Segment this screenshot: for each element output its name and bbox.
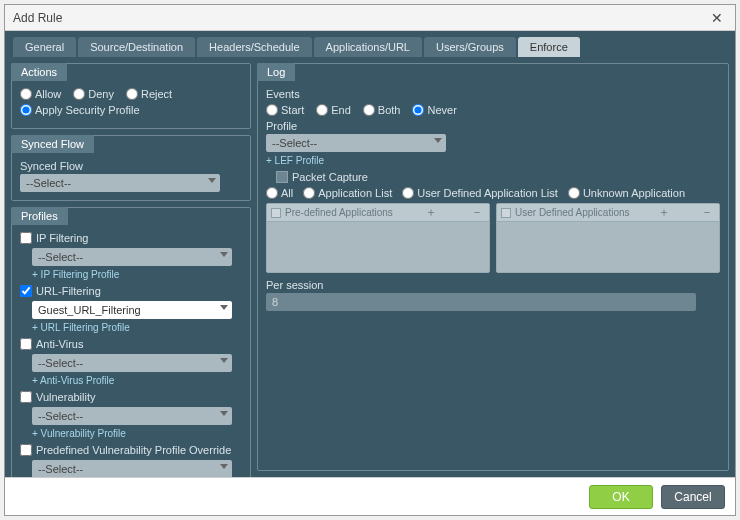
chevron-down-icon <box>220 464 228 469</box>
lef-profile-link[interactable]: + LEF Profile <box>266 155 720 166</box>
profile-ip-select[interactable]: --Select-- <box>32 248 232 266</box>
profile-pvpo-select[interactable]: --Select-- <box>32 460 232 477</box>
left-column: Actions Allow Deny Reject Apply Security… <box>11 63 251 471</box>
event-never[interactable]: Never <box>412 104 456 116</box>
synced-flow-title: Synced Flow <box>11 135 94 153</box>
synced-flow-label: Synced Flow <box>20 160 242 172</box>
synced-flow-select[interactable]: --Select-- <box>20 174 220 192</box>
predefined-apps-box[interactable]: Pre-defined Applications ＋ － <box>266 203 490 273</box>
event-both[interactable]: Both <box>363 104 401 116</box>
profile-ip-checkbox[interactable]: IP Filtering <box>20 232 242 244</box>
actions-panel: Actions Allow Deny Reject Apply Security… <box>11 63 251 129</box>
profile-av-add-link[interactable]: + Anti-Virus Profile <box>32 375 242 386</box>
ok-button[interactable]: OK <box>589 485 653 509</box>
profile-url-select[interactable]: Guest_URL_Filtering <box>32 301 232 319</box>
log-profile-select[interactable]: --Select-- <box>266 134 446 152</box>
minus-icon[interactable]: － <box>699 204 715 221</box>
action-allow[interactable]: Allow <box>20 88 61 100</box>
event-end[interactable]: End <box>316 104 351 116</box>
add-rule-dialog: Add Rule ✕ General Source/Destination He… <box>4 4 736 516</box>
per-session-label: Per session <box>266 279 720 291</box>
tab-applications-url[interactable]: Applications/URL <box>314 37 422 57</box>
profile-url-add-link[interactable]: + URL Filtering Profile <box>32 322 242 333</box>
dialog-title: Add Rule <box>13 11 707 25</box>
tab-bar: General Source/Destination Headers/Sched… <box>5 31 735 57</box>
per-session-input[interactable]: 8 <box>266 293 696 311</box>
dialog-footer: OK Cancel <box>5 477 735 515</box>
tab-headers-schedule[interactable]: Headers/Schedule <box>197 37 312 57</box>
profile-url-checkbox[interactable]: URL-Filtering <box>20 285 242 297</box>
profile-av-select[interactable]: --Select-- <box>32 354 232 372</box>
app-user-list[interactable]: User Defined Application List <box>402 187 558 199</box>
tab-enforce[interactable]: Enforce <box>518 37 580 57</box>
profile-pvpo-checkbox[interactable]: Predefined Vulnerability Profile Overrid… <box>20 444 242 456</box>
app-list[interactable]: Application List <box>303 187 392 199</box>
tab-users-groups[interactable]: Users/Groups <box>424 37 516 57</box>
profile-ip-add-link[interactable]: + IP Filtering Profile <box>32 269 242 280</box>
events-label: Events <box>266 88 720 100</box>
profile-vuln-select[interactable]: --Select-- <box>32 407 232 425</box>
profiles-panel: Profiles IP Filtering--Select--+ IP Filt… <box>11 207 251 477</box>
right-column: Log Events Start End Both Never Profile … <box>257 63 729 471</box>
log-panel: Log Events Start End Both Never Profile … <box>257 63 729 471</box>
log-title: Log <box>257 63 295 81</box>
action-apply-security-profile[interactable]: Apply Security Profile <box>20 104 140 116</box>
profile-vuln-add-link[interactable]: + Vulnerability Profile <box>32 428 242 439</box>
synced-flow-panel: Synced Flow Synced Flow --Select-- <box>11 135 251 201</box>
minus-icon[interactable]: － <box>469 204 485 221</box>
user-defined-apps-box[interactable]: User Defined Applications ＋ － <box>496 203 720 273</box>
actions-title: Actions <box>11 63 67 81</box>
profiles-title: Profiles <box>11 207 68 225</box>
chevron-down-icon <box>434 138 442 143</box>
tab-source-destination[interactable]: Source/Destination <box>78 37 195 57</box>
chevron-down-icon <box>220 358 228 363</box>
plus-icon[interactable]: ＋ <box>423 204 439 221</box>
titlebar: Add Rule ✕ <box>5 5 735 31</box>
dialog-body: Actions Allow Deny Reject Apply Security… <box>5 57 735 477</box>
plus-icon[interactable]: ＋ <box>656 204 672 221</box>
user-apps-checkbox[interactable] <box>501 208 511 218</box>
close-icon[interactable]: ✕ <box>707 10 727 26</box>
action-reject[interactable]: Reject <box>126 88 172 100</box>
app-unknown[interactable]: Unknown Application <box>568 187 685 199</box>
action-deny[interactable]: Deny <box>73 88 114 100</box>
app-all[interactable]: All <box>266 187 293 199</box>
packet-capture-checkbox[interactable] <box>276 171 288 183</box>
packet-capture-label: Packet Capture <box>292 171 368 183</box>
event-start[interactable]: Start <box>266 104 304 116</box>
chevron-down-icon <box>220 305 228 310</box>
chevron-down-icon <box>220 252 228 257</box>
tab-general[interactable]: General <box>13 37 76 57</box>
cancel-button[interactable]: Cancel <box>661 485 725 509</box>
predefined-apps-checkbox[interactable] <box>271 208 281 218</box>
profile-av-checkbox[interactable]: Anti-Virus <box>20 338 242 350</box>
chevron-down-icon <box>208 178 216 183</box>
profile-label: Profile <box>266 120 720 132</box>
chevron-down-icon <box>220 411 228 416</box>
profile-vuln-checkbox[interactable]: Vulnerability <box>20 391 242 403</box>
